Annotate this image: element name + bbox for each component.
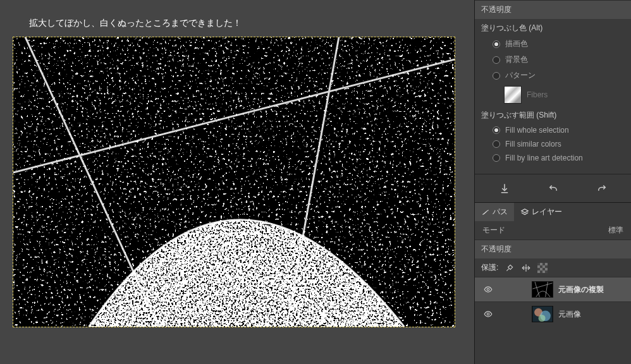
- svg-rect-2: [13, 37, 455, 327]
- fill-color-bg-radio[interactable]: 背景色: [475, 52, 631, 68]
- lock-label: 保護:: [481, 262, 498, 273]
- radio-icon: [493, 140, 500, 148]
- fill-color-title: 塗りつぶし色 (Alt): [475, 19, 631, 36]
- blend-mode-row[interactable]: モード 標準: [475, 221, 631, 240]
- radio-label: Fill whole selection: [505, 126, 569, 135]
- redo-icon[interactable]: [589, 181, 615, 196]
- fill-color-pattern-radio[interactable]: パターン: [475, 68, 631, 83]
- visibility-toggle[interactable]: [480, 285, 496, 294]
- svg-point-8: [540, 310, 551, 321]
- fill-whole-radio[interactable]: Fill whole selection: [475, 123, 631, 137]
- fill-color-fg-radio[interactable]: 描画色: [475, 36, 631, 52]
- lock-move-icon[interactable]: [521, 263, 531, 273]
- fill-area-title: 塗りつぶす範囲 (Shift): [475, 106, 631, 123]
- caption-text: 拡大してぼかし、白くぬったところまでできました！: [29, 18, 242, 29]
- opacity-panel-header: 不透明度: [475, 0, 631, 19]
- canvas-content[interactable]: [13, 37, 455, 327]
- layer-name: 元画像の複製: [558, 284, 604, 295]
- dock-actions: [475, 174, 631, 202]
- tab-label: レイヤー: [532, 207, 562, 217]
- radio-icon: [493, 56, 500, 64]
- pattern-name: Fibers: [527, 90, 548, 99]
- layer-name: 元画像: [558, 309, 581, 320]
- lock-alpha-icon[interactable]: [537, 263, 548, 273]
- layer-row[interactable]: 元画像の複製: [475, 277, 631, 301]
- svg-rect-6: [532, 306, 552, 322]
- visibility-toggle[interactable]: [480, 310, 496, 318]
- radio-label: 背景色: [505, 54, 528, 65]
- pattern-thumb: [504, 86, 522, 104]
- radio-icon: [493, 72, 500, 80]
- layer-thumb: [532, 281, 553, 298]
- layer-opacity-header: 不透明度: [475, 240, 631, 258]
- radio-icon: [493, 154, 500, 162]
- lock-brush-icon[interactable]: [505, 263, 515, 273]
- save-icon[interactable]: [492, 181, 517, 196]
- layer-list: 元画像の複製 元画像: [475, 277, 631, 326]
- tab-paths[interactable]: パス: [475, 203, 514, 221]
- svg-point-7: [534, 308, 542, 317]
- svg-point-3: [487, 288, 489, 291]
- dock-tabs: パス レイヤー: [475, 202, 631, 221]
- radio-icon: [493, 40, 500, 48]
- radio-label: Fill similar colors: [505, 140, 561, 149]
- layer-thumb: [532, 306, 553, 322]
- fill-similar-radio[interactable]: Fill similar colors: [475, 137, 631, 151]
- mode-value: 標準: [608, 225, 623, 236]
- svg-rect-1: [13, 37, 455, 327]
- mode-label: モード: [482, 225, 505, 236]
- fill-lineart-radio[interactable]: Fill by line art detection: [475, 151, 631, 165]
- tab-layers[interactable]: レイヤー: [514, 203, 568, 221]
- svg-rect-4: [532, 282, 552, 297]
- undo-icon[interactable]: [541, 181, 566, 196]
- radio-label: パターン: [505, 70, 536, 81]
- svg-rect-0: [13, 37, 455, 327]
- right-dock: 不透明度 塗りつぶし色 (Alt) 描画色 背景色 パターン Fibers 塗り…: [474, 0, 631, 364]
- lock-row: 保護:: [475, 258, 631, 277]
- radio-icon: [493, 126, 500, 134]
- tab-label: パス: [493, 207, 508, 217]
- svg-point-9: [539, 315, 546, 322]
- pattern-selector[interactable]: Fibers: [475, 83, 631, 106]
- radio-label: Fill by line art detection: [505, 154, 583, 162]
- canvas-selection-border: [13, 37, 455, 327]
- layer-row[interactable]: 元画像: [475, 301, 631, 326]
- canvas-area: 拡大してぼかし、白くぬったところまでできました！: [0, 0, 474, 364]
- svg-point-5: [487, 313, 489, 315]
- radio-label: 描画色: [505, 39, 528, 49]
